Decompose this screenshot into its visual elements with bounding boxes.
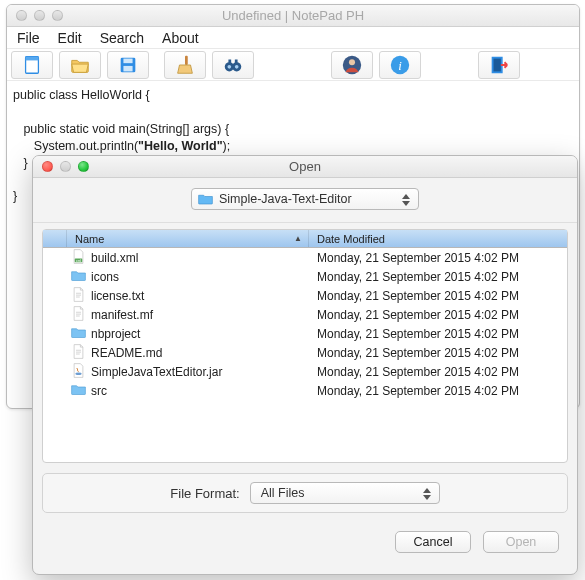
- file-name: nbproject: [91, 327, 140, 341]
- file-icon: xml: [71, 249, 86, 267]
- file-date: Monday, 21 September 2015 4:02 PM: [309, 327, 567, 341]
- file-name: license.txt: [91, 289, 144, 303]
- file-row[interactable]: nbprojectMonday, 21 September 2015 4:02 …: [43, 324, 567, 343]
- code-line: );: [223, 139, 231, 153]
- cancel-button[interactable]: Cancel: [395, 531, 471, 553]
- file-list[interactable]: xmlbuild.xmlMonday, 21 September 2015 4:…: [43, 248, 567, 462]
- file-date: Monday, 21 September 2015 4:02 PM: [309, 251, 567, 265]
- code-line: public class HelloWorld {: [13, 88, 150, 102]
- open-file-button[interactable]: [59, 51, 101, 79]
- window-title: Undefined | NotePad PH: [7, 8, 579, 23]
- file-icon: [71, 287, 86, 305]
- file-format-label: File Format:: [170, 486, 239, 501]
- file-format-value: All Files: [261, 486, 305, 500]
- cancel-label: Cancel: [414, 535, 453, 549]
- stepper-icon: [402, 191, 414, 209]
- svg-point-10: [228, 65, 232, 69]
- exit-door-icon: [488, 54, 510, 76]
- dialog-titlebar: Open: [33, 156, 577, 178]
- folder-icon: [71, 382, 86, 400]
- user-icon: [341, 54, 363, 76]
- open-label: Open: [506, 535, 537, 549]
- file-date: Monday, 21 September 2015 4:02 PM: [309, 384, 567, 398]
- svg-point-20: [75, 372, 81, 375]
- column-date[interactable]: Date Modified: [309, 230, 567, 247]
- new-file-icon: [21, 54, 43, 76]
- svg-point-11: [235, 65, 239, 69]
- open-dialog: Open Simple-Java-Text-Editor Name ▲ Date…: [32, 155, 578, 575]
- menu-edit[interactable]: Edit: [58, 30, 82, 46]
- svg-rect-3: [123, 58, 132, 63]
- menu-file[interactable]: File: [17, 30, 40, 46]
- clear-button[interactable]: [164, 51, 206, 79]
- file-date: Monday, 21 September 2015 4:02 PM: [309, 289, 567, 303]
- menu-about[interactable]: About: [162, 30, 199, 46]
- save-button[interactable]: [107, 51, 149, 79]
- file-browser: Name ▲ Date Modified xmlbuild.xmlMonday,…: [42, 229, 568, 463]
- dialog-buttons: Cancel Open: [33, 513, 577, 553]
- column-name[interactable]: Name ▲: [67, 230, 309, 247]
- dialog-title: Open: [33, 159, 577, 174]
- file-name: README.md: [91, 346, 162, 360]
- svg-rect-1: [26, 56, 39, 60]
- code-line: public static void main(String[] args) {: [13, 122, 229, 136]
- path-select[interactable]: Simple-Java-Text-Editor: [191, 188, 419, 210]
- file-date: Monday, 21 September 2015 4:02 PM: [309, 308, 567, 322]
- file-row[interactable]: xmlbuild.xmlMonday, 21 September 2015 4:…: [43, 248, 567, 267]
- open-folder-icon: [69, 54, 91, 76]
- new-file-button[interactable]: [11, 51, 53, 79]
- svg-rect-4: [123, 65, 132, 71]
- svg-text:i: i: [398, 58, 402, 72]
- file-format-row: File Format: All Files: [42, 473, 568, 513]
- folder-icon: [71, 325, 86, 343]
- svg-rect-8: [228, 59, 231, 65]
- info-icon: i: [389, 54, 411, 76]
- column-headers: Name ▲ Date Modified: [43, 230, 567, 248]
- open-button[interactable]: Open: [483, 531, 559, 553]
- file-icon: [71, 344, 86, 362]
- file-row[interactable]: srcMonday, 21 September 2015 4:02 PM: [43, 381, 567, 400]
- info-button[interactable]: i: [379, 51, 421, 79]
- code-string: "Hello, World": [138, 139, 223, 153]
- folder-icon: [71, 268, 86, 286]
- file-row[interactable]: SimpleJavaTextEditor.jarMonday, 21 Septe…: [43, 362, 567, 381]
- file-row[interactable]: manifest.mfMonday, 21 September 2015 4:0…: [43, 305, 567, 324]
- file-format-select[interactable]: All Files: [250, 482, 440, 504]
- binoculars-icon: [222, 54, 244, 76]
- sort-asc-icon: ▲: [294, 234, 302, 243]
- menu-search[interactable]: Search: [100, 30, 144, 46]
- file-name: build.xml: [91, 251, 138, 265]
- toolbar: i: [7, 49, 579, 81]
- file-row[interactable]: license.txtMonday, 21 September 2015 4:0…: [43, 286, 567, 305]
- file-name: icons: [91, 270, 119, 284]
- file-row[interactable]: iconsMonday, 21 September 2015 4:02 PM: [43, 267, 567, 286]
- main-titlebar: Undefined | NotePad PH: [7, 5, 579, 27]
- code-line: }: [13, 189, 17, 203]
- file-date: Monday, 21 September 2015 4:02 PM: [309, 365, 567, 379]
- file-date: Monday, 21 September 2015 4:02 PM: [309, 346, 567, 360]
- user-button[interactable]: [331, 51, 373, 79]
- path-row: Simple-Java-Text-Editor: [33, 178, 577, 223]
- column-handle: [43, 230, 67, 247]
- file-name: src: [91, 384, 107, 398]
- find-button[interactable]: [212, 51, 254, 79]
- save-icon: [117, 54, 139, 76]
- broom-icon: [174, 54, 196, 76]
- svg-rect-9: [235, 59, 238, 65]
- svg-point-13: [349, 59, 355, 65]
- exit-button[interactable]: [478, 51, 520, 79]
- file-date: Monday, 21 September 2015 4:02 PM: [309, 270, 567, 284]
- column-name-label: Name: [75, 233, 104, 245]
- svg-rect-5: [185, 55, 188, 64]
- column-date-label: Date Modified: [317, 233, 385, 245]
- menu-bar: File Edit Search About: [7, 27, 579, 49]
- path-label: Simple-Java-Text-Editor: [219, 192, 352, 206]
- svg-text:xml: xml: [76, 258, 81, 262]
- svg-rect-17: [494, 58, 501, 71]
- stepper-icon: [423, 485, 435, 503]
- file-name: SimpleJavaTextEditor.jar: [91, 365, 222, 379]
- file-row[interactable]: README.mdMonday, 21 September 2015 4:02 …: [43, 343, 567, 362]
- file-name: manifest.mf: [91, 308, 153, 322]
- code-line: }: [13, 156, 28, 170]
- file-icon: [71, 306, 86, 324]
